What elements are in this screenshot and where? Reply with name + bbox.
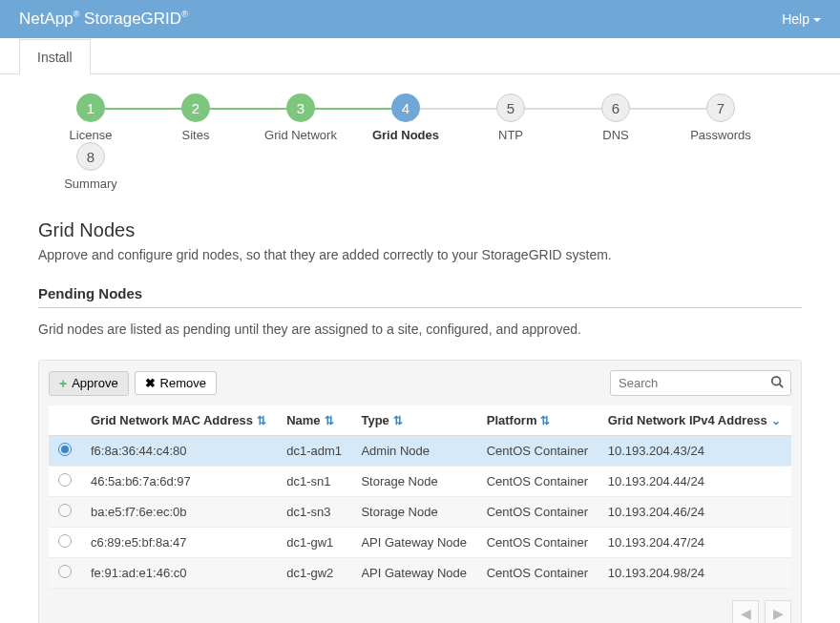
brand-suffix: StorageGRID [84,10,181,28]
step-label: NTP [458,128,563,142]
x-icon: ✖ [145,376,156,390]
cell-type: API Gateway Node [351,558,476,589]
page-prev-button[interactable]: ◀ [732,600,759,623]
row-radio[interactable] [58,473,72,487]
step-circle: 8 [76,142,105,171]
step-grid-network[interactable]: 3Grid Network [248,93,353,142]
step-summary[interactable]: 8Summary [38,142,143,191]
row-radio[interactable] [58,443,72,456]
cell-name: dc1-sn1 [277,467,351,497]
sort-icon: ⇅ [540,414,550,427]
cell-ipv4: 10.193.204.43/24 [598,436,791,467]
cell-platform: CentOS Container [477,528,598,558]
pager: ◀ ▶ [49,600,791,623]
cell-ipv4: 10.193.204.46/24 [598,497,791,528]
search-icon[interactable] [770,375,784,391]
registered-icon: ® [74,10,80,19]
cell-type: Storage Node [351,467,476,497]
pending-nodes-description: Grid nodes are listed as pending until t… [38,322,802,337]
app-header: NetApp® StorageGRID® Help [0,0,840,38]
step-label: Sites [143,128,248,142]
registered-icon: ® [181,10,188,19]
remove-label: Remove [160,376,206,390]
table-row[interactable]: 46:5a:b6:7a:6d:97dc1-sn1Storage NodeCent… [49,467,791,497]
help-dropdown[interactable]: Help [782,11,821,27]
row-radio[interactable] [58,565,72,578]
search-input[interactable] [610,370,791,396]
sort-icon: ⇅ [257,414,266,427]
step-license[interactable]: 1License [38,93,143,142]
col-platform[interactable]: Platform⇅ [477,405,598,436]
cell-platform: CentOS Container [477,467,598,497]
table-row[interactable]: f6:8a:36:44:c4:80dc1-adm1Admin NodeCentO… [49,436,791,467]
approve-label: Approve [72,376,117,390]
brand-prefix: NetApp [19,10,74,28]
step-label: DNS [563,128,668,142]
sort-icon: ⇅ [325,414,334,427]
step-label: Grid Network [248,128,353,142]
cell-platform: CentOS Container [477,558,598,589]
pending-nodes-heading: Pending Nodes [38,285,802,308]
cell-name: dc1-gw1 [277,528,351,558]
main-content: 1License2Sites3Grid Network4Grid Nodes5N… [0,74,840,623]
step-label: Grid Nodes [353,128,458,142]
caret-down-icon [813,18,821,22]
col-type[interactable]: Type⇅ [351,405,476,436]
cell-name: dc1-adm1 [277,436,351,467]
cell-ipv4: 10.193.204.47/24 [598,528,791,558]
step-circle: 5 [496,93,525,122]
svg-line-1 [780,384,784,388]
col-select [49,405,81,436]
cell-mac: fe:91:ad:e1:46:c0 [81,558,277,589]
row-radio[interactable] [58,504,72,517]
cell-name: dc1-gw2 [277,558,351,589]
cell-ipv4: 10.193.204.44/24 [598,467,791,497]
step-dns[interactable]: 6DNS [563,93,668,142]
cell-type: Storage Node [351,497,476,528]
cell-type: API Gateway Node [351,528,476,558]
wizard-stepper: 1License2Sites3Grid Network4Grid Nodes5N… [38,93,802,191]
help-label: Help [782,11,809,27]
step-circle: 6 [601,93,630,122]
step-circle: 3 [286,93,315,122]
col-ipv4[interactable]: Grid Network IPv4 Address⌄ [598,405,791,436]
approve-button[interactable]: + Approve [49,371,129,396]
pending-nodes-panel: + Approve ✖ Remove Grid Network MAC Addr… [38,360,802,623]
svg-point-0 [772,377,781,385]
step-grid-nodes[interactable]: 4Grid Nodes [353,93,458,142]
row-radio[interactable] [58,534,72,548]
chevron-down-icon: ⌄ [771,414,781,427]
step-label: Passwords [668,128,773,142]
step-ntp[interactable]: 5NTP [458,93,563,142]
cell-type: Admin Node [351,436,476,467]
page-description: Approve and configure grid nodes, so tha… [38,247,802,262]
brand: NetApp® StorageGRID® [19,10,188,29]
table-row[interactable]: ba:e5:f7:6e:ec:0bdc1-sn3Storage NodeCent… [49,497,791,528]
cell-mac: 46:5a:b6:7a:6d:97 [81,467,277,497]
cell-name: dc1-sn3 [277,497,351,528]
cell-mac: f6:8a:36:44:c4:80 [81,436,277,467]
sort-icon: ⇅ [393,414,403,427]
remove-button[interactable]: ✖ Remove [135,371,217,395]
step-label: Summary [38,177,143,191]
step-label: License [38,128,143,142]
toolbar: + Approve ✖ Remove [49,370,791,396]
step-circle: 4 [391,93,420,122]
tab-install[interactable]: Install [19,39,91,74]
cell-mac: c6:89:e5:bf:8a:47 [81,528,277,558]
plus-icon: + [59,376,67,391]
step-passwords[interactable]: 7Passwords [668,93,773,142]
cell-mac: ba:e5:f7:6e:ec:0b [81,497,277,528]
cell-platform: CentOS Container [477,436,598,467]
step-sites[interactable]: 2Sites [143,93,248,142]
tab-bar: Install [0,38,840,74]
page-next-button[interactable]: ▶ [765,600,791,623]
search-wrap [610,370,791,396]
page-title: Grid Nodes [38,219,802,241]
table-row[interactable]: c6:89:e5:bf:8a:47dc1-gw1API Gateway Node… [49,528,791,558]
col-mac[interactable]: Grid Network MAC Address⇅ [81,405,277,436]
step-circle: 2 [181,93,210,122]
table-row[interactable]: fe:91:ad:e1:46:c0dc1-gw2API Gateway Node… [49,558,791,589]
cell-platform: CentOS Container [477,497,598,528]
col-name[interactable]: Name⇅ [277,405,351,436]
